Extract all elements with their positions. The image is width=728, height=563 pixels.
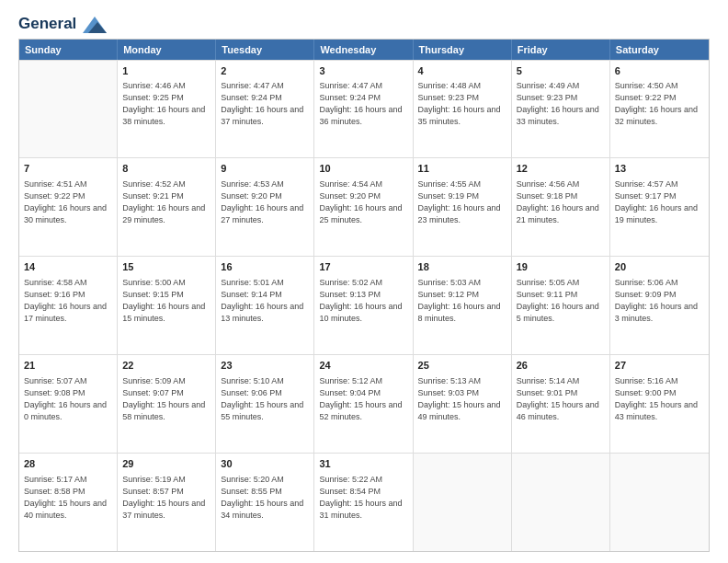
table-row: 23Sunrise: 5:10 AM Sunset: 9:06 PM Dayli… bbox=[216, 355, 314, 453]
table-row: 7Sunrise: 4:51 AM Sunset: 9:22 PM Daylig… bbox=[19, 158, 118, 256]
header-cell-saturday: Saturday bbox=[610, 40, 709, 60]
day-info: Sunrise: 4:51 AM Sunset: 9:22 PM Dayligh… bbox=[24, 178, 112, 226]
calendar-row-4: 21Sunrise: 5:07 AM Sunset: 9:08 PM Dayli… bbox=[19, 354, 709, 453]
day-info: Sunrise: 5:22 AM Sunset: 8:54 PM Dayligh… bbox=[319, 474, 407, 522]
day-info: Sunrise: 5:07 AM Sunset: 9:08 PM Dayligh… bbox=[24, 375, 112, 423]
table-row: 14Sunrise: 4:58 AM Sunset: 9:16 PM Dayli… bbox=[19, 257, 118, 354]
day-number: 12 bbox=[517, 162, 605, 176]
table-row: 27Sunrise: 5:16 AM Sunset: 9:00 PM Dayli… bbox=[610, 355, 709, 453]
header-cell-wednesday: Wednesday bbox=[314, 40, 413, 60]
day-number: 8 bbox=[122, 162, 210, 176]
day-info: Sunrise: 5:16 AM Sunset: 9:00 PM Dayligh… bbox=[615, 375, 704, 423]
day-info: Sunrise: 5:02 AM Sunset: 9:13 PM Dayligh… bbox=[319, 277, 407, 325]
day-info: Sunrise: 5:06 AM Sunset: 9:09 PM Dayligh… bbox=[615, 277, 704, 325]
day-number: 17 bbox=[319, 260, 407, 274]
day-info: Sunrise: 4:55 AM Sunset: 9:19 PM Dayligh… bbox=[418, 178, 506, 226]
table-row: 16Sunrise: 5:01 AM Sunset: 9:14 PM Dayli… bbox=[216, 257, 314, 354]
day-number: 26 bbox=[517, 359, 605, 373]
calendar-header-row: SundayMondayTuesdayWednesdayThursdayFrid… bbox=[19, 40, 709, 60]
calendar-row-5: 28Sunrise: 5:17 AM Sunset: 8:58 PM Dayli… bbox=[19, 453, 709, 551]
table-row: 30Sunrise: 5:20 AM Sunset: 8:55 PM Dayli… bbox=[216, 454, 314, 551]
day-info: Sunrise: 4:58 AM Sunset: 9:16 PM Dayligh… bbox=[24, 277, 112, 325]
day-number: 22 bbox=[122, 359, 210, 373]
table-row: 13Sunrise: 4:57 AM Sunset: 9:17 PM Dayli… bbox=[610, 158, 709, 256]
day-number: 3 bbox=[319, 64, 407, 78]
calendar-row-3: 14Sunrise: 4:58 AM Sunset: 9:16 PM Dayli… bbox=[19, 256, 709, 354]
day-number: 10 bbox=[319, 162, 407, 176]
calendar-body: 1Sunrise: 4:46 AM Sunset: 9:25 PM Daylig… bbox=[19, 60, 709, 551]
header-cell-tuesday: Tuesday bbox=[216, 40, 314, 60]
table-row: 9Sunrise: 4:53 AM Sunset: 9:20 PM Daylig… bbox=[216, 158, 314, 256]
day-info: Sunrise: 5:17 AM Sunset: 8:58 PM Dayligh… bbox=[24, 474, 112, 522]
table-row bbox=[512, 454, 610, 551]
table-row: 8Sunrise: 4:52 AM Sunset: 9:21 PM Daylig… bbox=[118, 158, 216, 256]
table-row: 28Sunrise: 5:17 AM Sunset: 8:58 PM Dayli… bbox=[19, 454, 118, 551]
day-info: Sunrise: 5:05 AM Sunset: 9:11 PM Dayligh… bbox=[517, 277, 605, 325]
day-info: Sunrise: 5:20 AM Sunset: 8:55 PM Dayligh… bbox=[221, 474, 309, 522]
day-number: 13 bbox=[615, 162, 704, 176]
calendar-row-2: 7Sunrise: 4:51 AM Sunset: 9:22 PM Daylig… bbox=[19, 157, 709, 256]
day-number: 4 bbox=[418, 64, 506, 78]
day-info: Sunrise: 4:57 AM Sunset: 9:17 PM Dayligh… bbox=[615, 178, 704, 226]
table-row: 2Sunrise: 4:47 AM Sunset: 9:24 PM Daylig… bbox=[216, 61, 314, 158]
table-row bbox=[19, 61, 118, 158]
header: General bbox=[18, 15, 710, 31]
day-number: 23 bbox=[221, 359, 309, 373]
day-info: Sunrise: 4:47 AM Sunset: 9:24 PM Dayligh… bbox=[319, 80, 407, 128]
table-row: 17Sunrise: 5:02 AM Sunset: 9:13 PM Dayli… bbox=[314, 257, 413, 354]
day-number: 2 bbox=[221, 64, 309, 78]
day-number: 6 bbox=[615, 64, 704, 78]
table-row: 4Sunrise: 4:48 AM Sunset: 9:23 PM Daylig… bbox=[414, 61, 512, 158]
table-row: 21Sunrise: 5:07 AM Sunset: 9:08 PM Dayli… bbox=[19, 355, 118, 453]
day-info: Sunrise: 4:47 AM Sunset: 9:24 PM Dayligh… bbox=[221, 80, 309, 128]
day-number: 16 bbox=[221, 260, 309, 274]
day-info: Sunrise: 4:54 AM Sunset: 9:20 PM Dayligh… bbox=[319, 178, 407, 226]
table-row: 31Sunrise: 5:22 AM Sunset: 8:54 PM Dayli… bbox=[314, 454, 413, 551]
calendar: SundayMondayTuesdayWednesdayThursdayFrid… bbox=[18, 39, 710, 552]
day-info: Sunrise: 5:00 AM Sunset: 9:15 PM Dayligh… bbox=[122, 277, 210, 325]
header-cell-thursday: Thursday bbox=[414, 40, 512, 60]
day-number: 28 bbox=[24, 457, 112, 471]
day-number: 21 bbox=[24, 359, 112, 373]
day-info: Sunrise: 5:10 AM Sunset: 9:06 PM Dayligh… bbox=[221, 375, 309, 423]
day-number: 9 bbox=[221, 162, 309, 176]
table-row: 11Sunrise: 4:55 AM Sunset: 9:19 PM Dayli… bbox=[414, 158, 512, 256]
day-info: Sunrise: 5:19 AM Sunset: 8:57 PM Dayligh… bbox=[122, 474, 210, 522]
day-number: 15 bbox=[122, 260, 210, 274]
table-row: 24Sunrise: 5:12 AM Sunset: 9:04 PM Dayli… bbox=[314, 355, 413, 453]
day-number: 1 bbox=[122, 64, 210, 78]
table-row: 19Sunrise: 5:05 AM Sunset: 9:11 PM Dayli… bbox=[512, 257, 610, 354]
day-number: 27 bbox=[615, 359, 704, 373]
day-number: 18 bbox=[418, 260, 506, 274]
table-row: 20Sunrise: 5:06 AM Sunset: 9:09 PM Dayli… bbox=[610, 257, 709, 354]
table-row: 10Sunrise: 4:54 AM Sunset: 9:20 PM Dayli… bbox=[314, 158, 413, 256]
day-info: Sunrise: 5:09 AM Sunset: 9:07 PM Dayligh… bbox=[122, 375, 210, 423]
day-info: Sunrise: 4:56 AM Sunset: 9:18 PM Dayligh… bbox=[517, 178, 605, 226]
day-number: 11 bbox=[418, 162, 506, 176]
day-info: Sunrise: 5:03 AM Sunset: 9:12 PM Dayligh… bbox=[418, 277, 506, 325]
table-row: 5Sunrise: 4:49 AM Sunset: 9:23 PM Daylig… bbox=[512, 61, 610, 158]
table-row: 3Sunrise: 4:47 AM Sunset: 9:24 PM Daylig… bbox=[314, 61, 413, 158]
day-number: 25 bbox=[418, 359, 506, 373]
table-row: 22Sunrise: 5:09 AM Sunset: 9:07 PM Dayli… bbox=[118, 355, 216, 453]
day-info: Sunrise: 5:13 AM Sunset: 9:03 PM Dayligh… bbox=[418, 375, 506, 423]
day-number: 19 bbox=[517, 260, 605, 274]
header-cell-sunday: Sunday bbox=[19, 40, 118, 60]
table-row bbox=[610, 454, 709, 551]
day-info: Sunrise: 5:12 AM Sunset: 9:04 PM Dayligh… bbox=[319, 375, 407, 423]
day-info: Sunrise: 4:52 AM Sunset: 9:21 PM Dayligh… bbox=[122, 178, 210, 226]
table-row: 6Sunrise: 4:50 AM Sunset: 9:22 PM Daylig… bbox=[610, 61, 709, 158]
day-number: 29 bbox=[122, 457, 210, 471]
day-number: 7 bbox=[24, 162, 112, 176]
day-number: 24 bbox=[319, 359, 407, 373]
table-row: 18Sunrise: 5:03 AM Sunset: 9:12 PM Dayli… bbox=[414, 257, 512, 354]
day-number: 30 bbox=[221, 457, 309, 471]
table-row: 12Sunrise: 4:56 AM Sunset: 9:18 PM Dayli… bbox=[512, 158, 610, 256]
header-cell-friday: Friday bbox=[512, 40, 610, 60]
table-row: 15Sunrise: 5:00 AM Sunset: 9:15 PM Dayli… bbox=[118, 257, 216, 354]
day-info: Sunrise: 4:50 AM Sunset: 9:22 PM Dayligh… bbox=[615, 80, 704, 128]
day-info: Sunrise: 4:53 AM Sunset: 9:20 PM Dayligh… bbox=[221, 178, 309, 226]
day-number: 14 bbox=[24, 260, 112, 274]
day-info: Sunrise: 4:46 AM Sunset: 9:25 PM Dayligh… bbox=[122, 80, 210, 128]
header-cell-monday: Monday bbox=[118, 40, 216, 60]
